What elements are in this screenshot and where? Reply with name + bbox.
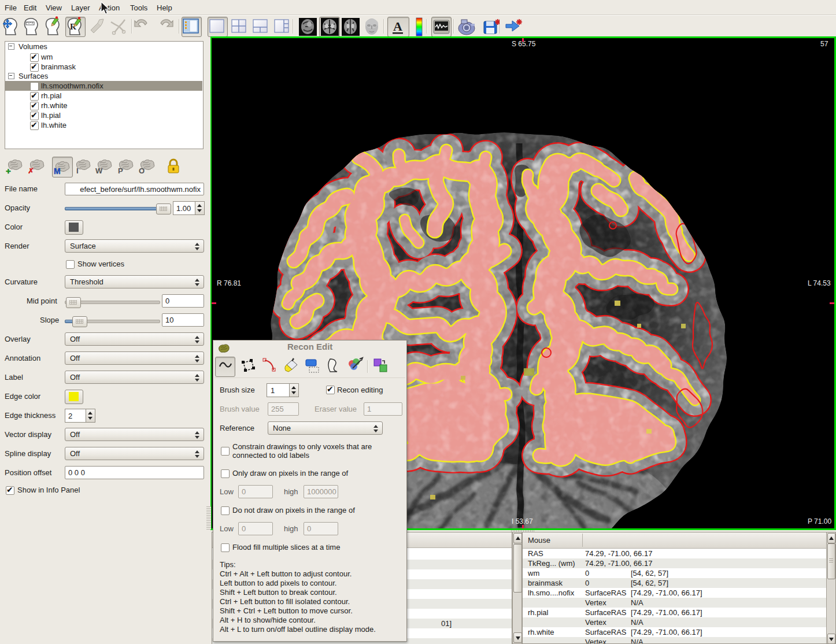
svg-text:A: A <box>393 19 402 34</box>
